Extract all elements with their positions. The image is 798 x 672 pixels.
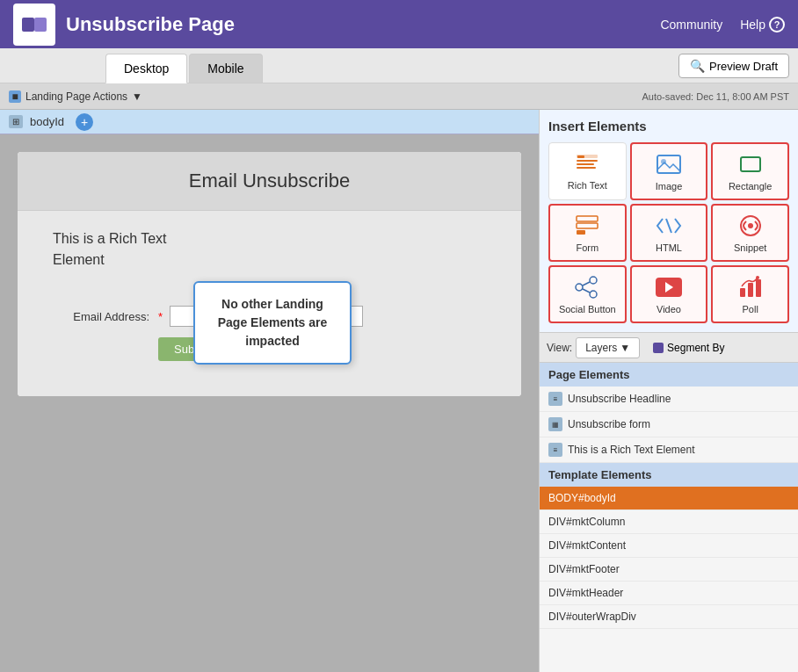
page-element-rich-text[interactable]: ≡ This is a Rich Text Element bbox=[540, 437, 798, 463]
landing-page-actions-label[interactable]: Landing Page Actions bbox=[25, 90, 127, 103]
svg-rect-11 bbox=[577, 223, 598, 228]
insert-elements-title: Insert Elements bbox=[548, 119, 789, 134]
page-element-form[interactable]: ▦ Unsubscribe form bbox=[540, 412, 798, 437]
tab-desktop[interactable]: Desktop bbox=[105, 54, 187, 83]
svg-rect-0 bbox=[22, 18, 34, 32]
canvas-add-button[interactable]: + bbox=[76, 113, 93, 131]
view-tabs-bar: View: Layers ▼ Segment By bbox=[540, 333, 798, 363]
svg-line-13 bbox=[666, 219, 671, 233]
body-id-icon: ⊞ bbox=[9, 115, 23, 128]
page-icon: ■ bbox=[9, 90, 21, 103]
template-mkt-footer-label: DIV#mktFooter bbox=[548, 563, 620, 575]
element-video[interactable]: Video bbox=[630, 265, 708, 323]
email-unsubscribe-title: Email Unsubscribe bbox=[18, 152, 521, 211]
element-image[interactable]: Image bbox=[630, 142, 708, 200]
html-label: HTML bbox=[656, 242, 682, 253]
magnifier-icon: 🔍 bbox=[690, 59, 705, 73]
element-html[interactable]: HTML bbox=[630, 204, 708, 262]
template-mkt-column[interactable]: DIV#mktColumn bbox=[540, 510, 798, 534]
template-mkt-column-label: DIV#mktColumn bbox=[548, 516, 625, 528]
view-label: View: bbox=[547, 342, 572, 354]
canvas-content: Email Unsubscribe No other Landing Page … bbox=[18, 152, 521, 396]
tab-mobile[interactable]: Mobile bbox=[189, 54, 262, 83]
canvas-area: ⊞ bodyId + Email Unsubscribe No other La… bbox=[0, 110, 539, 672]
template-body-id[interactable]: BODY#bodyId bbox=[540, 487, 798, 510]
svg-rect-1 bbox=[34, 18, 47, 32]
header-nav: Community Help ? bbox=[660, 17, 785, 33]
svg-rect-10 bbox=[577, 216, 598, 221]
body-id-label: bodyId bbox=[30, 115, 64, 128]
svg-point-16 bbox=[590, 277, 597, 284]
svg-point-25 bbox=[756, 276, 759, 279]
template-mkt-header[interactable]: DIV#mktHeader bbox=[540, 582, 798, 605]
rich-text-icon bbox=[571, 150, 603, 177]
svg-rect-6 bbox=[577, 155, 584, 158]
help-label: Help bbox=[740, 18, 765, 32]
element-social-button[interactable]: Social Button bbox=[548, 265, 627, 323]
snippet-label: Snippet bbox=[734, 242, 766, 253]
svg-point-15 bbox=[748, 223, 753, 228]
template-outer-wrap-label: DIV#outerWrapDiv bbox=[548, 611, 636, 623]
template-elements-title: Template Elements bbox=[540, 463, 798, 487]
form-page-icon: ▦ bbox=[548, 417, 562, 431]
preview-draft-label: Preview Draft bbox=[709, 60, 778, 73]
rich-text-element: This is a Rich TextElement bbox=[53, 228, 486, 271]
rich-text-label: Rich Text bbox=[568, 180, 607, 191]
preview-draft-button[interactable]: 🔍 Preview Draft bbox=[678, 54, 789, 78]
element-snippet[interactable]: Snippet bbox=[711, 204, 789, 262]
html-icon bbox=[653, 213, 685, 239]
image-icon bbox=[653, 151, 685, 177]
dropdown-arrow-icon: ▼ bbox=[132, 90, 142, 103]
element-form[interactable]: Form bbox=[548, 204, 627, 262]
template-mkt-header-label: DIV#mktHeader bbox=[548, 587, 623, 599]
template-body-id-label: BODY#bodyId bbox=[548, 492, 616, 504]
page-elements-title: Page Elements bbox=[540, 363, 798, 387]
insert-elements-panel: Insert Elements Rich Text bbox=[540, 110, 798, 333]
svg-rect-5 bbox=[577, 167, 596, 169]
video-icon bbox=[653, 274, 685, 300]
svg-line-19 bbox=[583, 282, 590, 285]
panel-section: Page Elements ≡ Unsubscribe Headline ▦ U… bbox=[540, 363, 798, 672]
template-outer-wrap-div[interactable]: DIV#outerWrapDiv bbox=[540, 605, 798, 629]
template-mkt-footer[interactable]: DIV#mktFooter bbox=[540, 558, 798, 582]
elements-grid: Rich Text Image bbox=[548, 142, 789, 323]
canvas-body: No other Landing Page Elements are impac… bbox=[18, 211, 521, 396]
element-rich-text[interactable]: Rich Text bbox=[548, 142, 627, 200]
page-element-headline[interactable]: ≡ Unsubscribe Headline bbox=[540, 387, 798, 412]
help-link[interactable]: Help ? bbox=[740, 17, 785, 33]
rich-text-page-label: This is a Rich Text Element bbox=[568, 444, 695, 456]
app-logo bbox=[13, 4, 55, 46]
element-poll[interactable]: Poll bbox=[711, 265, 789, 323]
help-icon: ? bbox=[769, 17, 785, 33]
segment-by-label: Segment By bbox=[667, 342, 724, 354]
headline-label: Unsubscribe Headline bbox=[568, 393, 671, 405]
email-label: Email Address: bbox=[53, 310, 149, 323]
svg-rect-23 bbox=[748, 283, 753, 297]
social-button-icon bbox=[571, 274, 603, 300]
svg-point-17 bbox=[576, 284, 583, 291]
svg-rect-3 bbox=[577, 160, 598, 162]
poll-label: Poll bbox=[742, 304, 758, 314]
tabs-bar: Desktop Mobile 🔍 Preview Draft bbox=[0, 48, 798, 83]
template-mkt-content[interactable]: DIV#mktContent bbox=[540, 534, 798, 558]
element-rectangle[interactable]: Rectangle bbox=[711, 142, 789, 200]
layers-label: Layers bbox=[585, 342, 617, 354]
image-label: Image bbox=[656, 181, 683, 191]
svg-point-18 bbox=[590, 291, 597, 298]
form-label: Form bbox=[576, 242, 598, 253]
svg-rect-24 bbox=[756, 279, 761, 297]
segment-by-button[interactable]: Segment By bbox=[643, 337, 734, 358]
svg-line-20 bbox=[583, 289, 590, 293]
form-page-label: Unsubscribe form bbox=[568, 418, 650, 430]
community-link[interactable]: Community bbox=[660, 18, 722, 32]
layers-arrow-icon: ▼ bbox=[620, 342, 630, 354]
template-mkt-content-label: DIV#mktContent bbox=[548, 539, 626, 552]
svg-rect-22 bbox=[740, 288, 745, 297]
rectangle-label: Rectangle bbox=[729, 181, 773, 191]
rich-text-page-icon: ≡ bbox=[548, 443, 562, 457]
form-icon bbox=[571, 213, 603, 239]
poll-icon bbox=[735, 274, 766, 300]
required-star: * bbox=[158, 310, 163, 323]
tab-layers[interactable]: Layers ▼ bbox=[576, 337, 640, 358]
headline-icon: ≡ bbox=[548, 392, 562, 406]
